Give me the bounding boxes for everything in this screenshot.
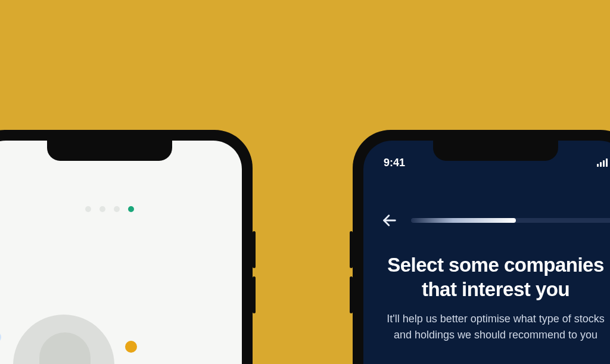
phone-side-button [253,276,256,313]
pager-dot-active[interactable] [128,206,134,212]
pager-dot[interactable] [99,206,105,212]
page-subtitle: It'll help us better optimise what type … [381,311,610,343]
pager-dot[interactable] [114,206,120,212]
arrow-left-icon [381,212,398,229]
onboarding-progress [411,218,610,223]
onboarding-progress-fill [411,218,516,223]
phone-side-button [350,231,353,268]
phone-side-button [253,231,256,268]
phone-notch [433,141,558,161]
nav-row [363,210,610,231]
signal-icon [597,158,608,167]
screen-right: 9:41 Select some companies that interest… [363,141,610,364]
phone-notch [47,141,172,161]
phone-mock-left [0,130,253,364]
decorative-dot-orange [125,341,137,353]
page-title: Select some companies that interest you [379,253,610,302]
screen-left [0,141,242,364]
pager-dot[interactable] [85,206,91,212]
back-button[interactable] [379,210,400,231]
phone-mock-right: 9:41 Select some companies that interest… [353,130,610,364]
pager-dots [85,206,134,212]
decorative-dot-blue [0,331,1,343]
status-time: 9:41 [384,157,405,169]
phone-side-button [350,276,353,313]
